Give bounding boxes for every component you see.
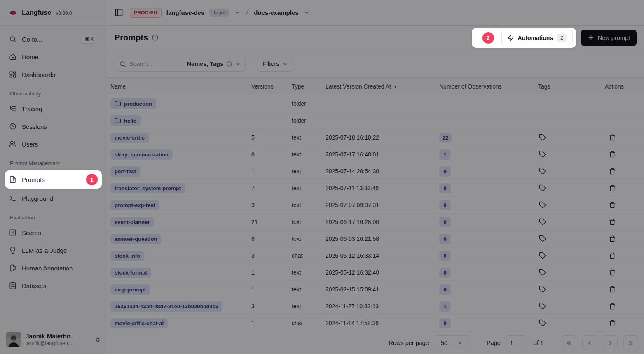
last-page-button[interactable] [623, 335, 638, 350]
tag-button[interactable] [538, 302, 547, 310]
table-row[interactable]: prompt-exp-test3text2025-07-07 09:37:310 [107, 197, 644, 214]
table-row[interactable]: stock-info3chat2025-05-12 16:33:140 [107, 247, 644, 264]
sidebar-item-datasets[interactable]: Datasets [5, 277, 102, 294]
prompt-name-badge[interactable]: translator_system-prompt [110, 183, 185, 193]
breadcrumb-org[interactable]: langfuse-dev [166, 9, 205, 16]
sidebar-toggle-icon[interactable] [115, 8, 123, 17]
delete-button[interactable] [608, 319, 616, 327]
first-page-button[interactable] [562, 335, 576, 350]
prompt-name-badge[interactable]: mcp-prompt [110, 284, 150, 295]
column-header-observations[interactable]: Number of Observations [439, 83, 538, 90]
delete-button[interactable] [608, 133, 616, 142]
tag-button[interactable] [538, 319, 547, 327]
column-header-versions[interactable]: Versions [251, 83, 292, 90]
prompt-name-badge[interactable]: stock-format [110, 268, 151, 278]
column-header-name[interactable]: Name [110, 83, 251, 90]
tag-button[interactable] [538, 217, 547, 226]
sidebar-item-human-annotation[interactable]: Human Annotation [5, 260, 102, 276]
table-row[interactable]: hellofolder [107, 112, 644, 129]
tag-button[interactable] [538, 200, 547, 209]
sidebar-item-home[interactable]: Home [5, 49, 102, 65]
automations-button[interactable]: Automations 2 [501, 30, 573, 46]
sidebar-item-scores[interactable]: Scores [5, 224, 102, 241]
info-icon[interactable] [152, 34, 159, 41]
sidebar-item-prompts[interactable]: Prompts1 [5, 170, 102, 189]
annotation-step-1-badge: 1 [86, 174, 98, 185]
prompt-name-badge[interactable]: story_summarization [110, 149, 173, 160]
table-row[interactable]: answer-question6text2025-06-03 16:21:586 [107, 231, 644, 247]
prompt-name-badge[interactable]: perf-test [110, 166, 140, 177]
prompt-name-badge[interactable]: movie-critic-chat-ai [110, 318, 168, 328]
breadcrumb-project[interactable]: docs-examples [254, 9, 298, 16]
delete-button[interactable] [608, 184, 616, 192]
tag-icon [539, 184, 546, 191]
tag-button[interactable] [538, 234, 547, 243]
tag-button[interactable] [538, 251, 547, 260]
search-scope-selector[interactable]: Names, Tags [187, 61, 241, 67]
delete-button[interactable] [608, 235, 616, 243]
delete-button[interactable] [608, 302, 616, 310]
filters-button[interactable]: Filters [257, 56, 294, 72]
tag-button[interactable] [538, 268, 547, 277]
file-pen-icon [9, 264, 16, 272]
prompt-name-badge[interactable]: prompt-exp-test [110, 200, 159, 210]
table-row[interactable]: productionfolder [107, 95, 644, 112]
prompt-name-badge[interactable]: 26a61a94-e3ab-48d7-81e0-13b929bad4c3 [110, 301, 222, 312]
sidebar-item-playground[interactable]: Playground [5, 190, 102, 207]
previous-page-button[interactable] [582, 335, 597, 350]
tag-button[interactable] [538, 150, 547, 158]
table-row[interactable]: movie-critic5text2025-07-18 16:10:2222 [107, 129, 644, 146]
tag-button[interactable] [538, 184, 547, 192]
tag-button[interactable] [538, 167, 547, 175]
sidebar-item-sessions[interactable]: Sessions [5, 118, 102, 135]
rows-per-page-select[interactable]: 50 [436, 335, 468, 350]
project-chevron-down-icon[interactable] [304, 9, 310, 16]
delete-button[interactable] [608, 150, 616, 158]
prompt-name-badge[interactable]: movie-critic [110, 133, 149, 143]
search-box: Names, Tags [115, 56, 246, 72]
prompt-name-badge[interactable]: event-planner [110, 217, 154, 227]
table-row[interactable]: story_summarization8text2025-07-17 16:48… [107, 146, 644, 163]
versions-cell: 5 [251, 134, 292, 141]
sidebar-item-tracing[interactable]: Tracing [5, 100, 102, 117]
goto-shortcut: ⌘ K [81, 35, 98, 44]
tag-icon [539, 286, 546, 293]
page-number-input[interactable] [506, 335, 526, 350]
user-menu[interactable]: Jannik Maierho... jannik@langfuse.c... [0, 327, 107, 354]
column-header-type[interactable]: Type [292, 83, 326, 90]
table-row[interactable]: perf-test1text2025-07-14 20:54:300 [107, 163, 644, 180]
tag-button[interactable] [538, 285, 547, 293]
org-chevron-down-icon[interactable] [234, 9, 240, 16]
sidebar-item-llm-as-a-judge[interactable]: LLM-as-a-Judge [5, 242, 102, 259]
sidebar-item-dashboards[interactable]: Dashboards [5, 66, 102, 83]
delete-button[interactable] [608, 268, 616, 277]
new-prompt-button[interactable]: New prompt [581, 30, 637, 46]
folder-name-badge[interactable]: hello [110, 115, 141, 126]
table-row[interactable]: translator_system-prompt7text2025-07-11 … [107, 180, 644, 197]
delete-button[interactable] [608, 285, 616, 293]
table-row[interactable]: mcp-prompt1text2025-02-15 15:09:410 [107, 281, 644, 298]
prompt-name-badge[interactable]: answer-question [110, 234, 161, 244]
delete-button[interactable] [608, 167, 616, 175]
versions-cell: 21 [251, 219, 292, 225]
next-page-button[interactable] [603, 335, 618, 350]
delete-button[interactable] [608, 201, 616, 209]
type-cell: text [292, 219, 326, 225]
table-row[interactable]: movie-critic-chat-ai1chat2024-11-14 17:5… [107, 315, 644, 332]
sidebar-sections: HomeDashboardsObservabilityTracingSessio… [0, 49, 107, 294]
environment-badge: PROD-EU [130, 8, 162, 18]
tag-button[interactable] [538, 133, 547, 142]
sidebar-item-users[interactable]: Users [5, 136, 102, 152]
column-header-latest-version-created-at[interactable]: Latest Version Created At▼ [326, 83, 439, 90]
table-row[interactable]: stock-format1text2025-05-12 16:32:400 [107, 264, 644, 281]
created-at-cell: 2025-06-03 16:21:58 [326, 235, 439, 242]
search-input[interactable] [129, 61, 184, 67]
table-row[interactable]: 26a61a94-e3ab-48d7-81e0-13b929bad4c33tex… [107, 298, 644, 315]
prompt-name-badge[interactable]: stock-info [110, 251, 144, 261]
goto-search[interactable]: Go to... ⌘ K [5, 31, 102, 47]
folder-name-badge[interactable]: production [110, 98, 156, 109]
delete-button[interactable] [608, 218, 616, 226]
column-header-tags[interactable]: Tags [538, 83, 605, 90]
delete-button[interactable] [608, 252, 616, 260]
table-row[interactable]: event-planner21text2025-06-17 16:28:000 [107, 214, 644, 231]
